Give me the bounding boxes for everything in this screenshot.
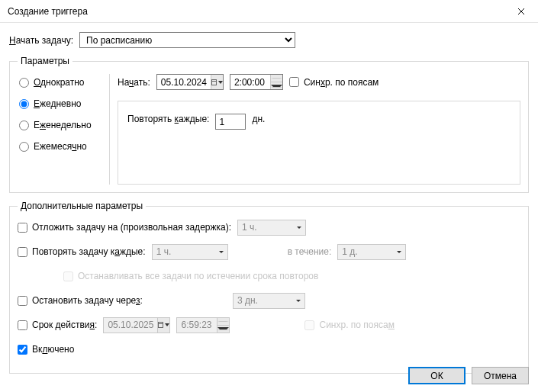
begin-task-select[interactable]: По расписанию — [79, 32, 295, 48]
expire-check-input[interactable] — [18, 320, 27, 330]
start-time-value: 2:00:00 — [230, 77, 270, 88]
ok-button[interactable]: ОК — [408, 367, 466, 384]
parameters-group: Параметры Однократно Ежедневно Еженедель… — [9, 56, 529, 193]
repeat-interval-combo: 1 ч. — [152, 244, 228, 260]
expire-sync-check-input — [304, 320, 314, 330]
repeat-every-input[interactable] — [215, 114, 246, 130]
advanced-group: Дополнительные параметры Отложить задачу… — [9, 201, 529, 374]
radio-daily[interactable]: Ежедневно — [19, 98, 97, 109]
duration-combo: 1 д. — [337, 244, 406, 260]
duration-label: в течение: — [288, 246, 332, 257]
start-date-field[interactable]: 05.10.2024 — [156, 74, 224, 90]
sync-timezone-input[interactable] — [289, 77, 299, 87]
enabled-check[interactable]: Включено — [18, 344, 74, 355]
time-spinner[interactable] — [270, 75, 282, 89]
expire-label: Срок действия: — [32, 320, 97, 330]
radio-once-label: Однократно — [34, 77, 85, 88]
expire-sync-check: Синхр. по поясам — [304, 320, 394, 330]
start-label: Начать: — [118, 77, 150, 88]
begin-task-label: Начать задачу: — [9, 35, 73, 46]
radio-weekly[interactable]: Еженедельно — [19, 120, 97, 130]
calendar-icon — [157, 318, 169, 333]
time-spinner — [217, 318, 229, 333]
duration-value: 1 д. — [342, 246, 357, 257]
radio-monthly[interactable]: Ежемесячно — [19, 141, 97, 152]
delay-check-input[interactable] — [18, 223, 27, 233]
repeat-task-check-input[interactable] — [18, 247, 27, 257]
expire-check[interactable]: Срок действия: — [18, 320, 97, 330]
repeat-unit-label: дн. — [252, 114, 265, 124]
stop-all-check: Останавливать все задачи по истечении ср… — [63, 271, 318, 281]
chevron-down-icon — [292, 294, 304, 308]
repeat-task-label: Повторять задачу каждые: — [32, 246, 146, 257]
radio-once[interactable]: Однократно — [19, 77, 97, 88]
expire-sync-label: Синхр. по поясам — [319, 320, 394, 330]
radio-monthly-label: Ежемесячно — [34, 141, 87, 152]
chevron-down-icon — [215, 245, 227, 259]
sync-timezone-check[interactable]: Синхр. по поясам — [289, 77, 379, 88]
radio-weekly-label: Еженедельно — [34, 120, 92, 130]
stop-after-combo: 3 дн. — [233, 293, 305, 309]
radio-daily-label: Ежедневно — [34, 98, 81, 109]
stop-after-value: 3 дн. — [237, 295, 258, 306]
advanced-legend: Дополнительные параметры — [18, 201, 146, 211]
repeat-task-check[interactable]: Повторять задачу каждые: — [18, 246, 146, 257]
enabled-label: Включено — [32, 344, 74, 355]
stop-all-label: Останавливать все задачи по истечении ср… — [78, 271, 318, 281]
delay-label: Отложить задачу на (произвольная задержк… — [32, 222, 231, 233]
radio-monthly-input[interactable] — [19, 142, 29, 152]
start-date-value: 05.10.2024 — [157, 77, 211, 88]
expire-date-field: 05.10.2025 — [103, 317, 170, 333]
stop-all-check-input — [63, 272, 73, 281]
chevron-down-icon — [393, 245, 405, 259]
calendar-icon[interactable] — [211, 75, 223, 89]
divider — [109, 74, 110, 185]
close-icon — [517, 8, 525, 15]
expire-time-field: 6:59:23 — [176, 317, 230, 333]
radio-daily-input[interactable] — [19, 99, 29, 109]
delay-check[interactable]: Отложить задачу на (произвольная задержк… — [18, 222, 231, 233]
radio-weekly-input[interactable] — [19, 120, 29, 130]
expire-date-value: 05.10.2025 — [104, 320, 157, 330]
radio-once-input[interactable] — [19, 78, 29, 88]
repeat-interval-value: 1 ч. — [156, 246, 172, 257]
cancel-button[interactable]: Отмена — [472, 367, 529, 384]
stop-after-check-input[interactable] — [18, 296, 27, 306]
parameters-legend: Параметры — [18, 56, 72, 66]
start-time-field[interactable]: 2:00:00 — [230, 74, 283, 90]
delay-value: 1 ч. — [242, 222, 257, 233]
recurrence-box: Повторять каждые: дн. — [118, 101, 520, 185]
enabled-check-input[interactable] — [18, 345, 27, 355]
stop-after-label: Остановить задачу через: — [32, 295, 143, 306]
stop-after-check[interactable]: Остановить задачу через: — [18, 295, 143, 306]
delay-combo: 1 ч. — [237, 220, 306, 236]
chevron-down-icon — [293, 220, 305, 235]
sync-timezone-label: Синхр. по поясам — [304, 77, 379, 88]
window-title: Создание триггера — [8, 6, 88, 17]
repeat-every-label: Повторять каждые: — [127, 114, 209, 124]
close-button[interactable] — [504, 0, 538, 23]
expire-time-value: 6:59:23 — [177, 320, 217, 330]
